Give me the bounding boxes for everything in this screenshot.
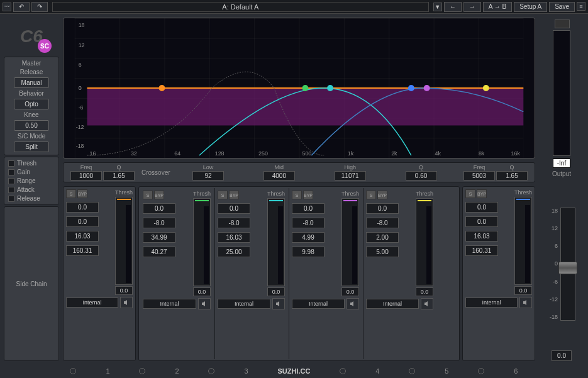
band-5-attack[interactable]: 2.00: [366, 232, 399, 243]
band-3-range[interactable]: -8.0: [218, 218, 250, 228]
band-5-thresh-value[interactable]: 0.0: [416, 287, 433, 296]
solo-button-2[interactable]: S: [143, 191, 153, 199]
bypass-button-1[interactable]: BYP: [77, 189, 87, 198]
band-6-sc-source[interactable]: Internal: [465, 297, 518, 308]
band-select-6[interactable]: [478, 368, 484, 374]
band-5-release[interactable]: 5.00: [366, 247, 399, 257]
band-3-thresh-value[interactable]: 0.0: [267, 287, 285, 296]
band-2-release[interactable]: 40.27: [143, 247, 175, 257]
preset-dropdown-icon[interactable]: ▼: [433, 3, 442, 11]
band-select-5[interactable]: [409, 368, 415, 374]
band-select-3[interactable]: [208, 368, 214, 374]
crossover-mid[interactable]: 4000: [263, 171, 295, 181]
band-4-range[interactable]: -8.0: [292, 218, 325, 228]
redo-button[interactable]: ↷: [31, 2, 48, 12]
waves-icon[interactable]: 〰: [3, 3, 11, 11]
band-4-monitor-icon[interactable]: [347, 298, 359, 309]
band-1-monitor-icon[interactable]: [120, 297, 133, 308]
bypass-button-3[interactable]: BYP: [229, 191, 239, 199]
crossover-low[interactable]: 92: [192, 171, 224, 181]
prev-preset-button[interactable]: ←: [444, 2, 462, 12]
eq-graph[interactable]: 18 12 6 0 -6 -12 -18 16 32 64 128 250 50…: [63, 18, 535, 158]
band-5-monitor-icon[interactable]: [421, 298, 433, 309]
band-2-thresh-value[interactable]: 0.0: [193, 287, 211, 296]
band1-freq[interactable]: 1000: [70, 171, 102, 181]
band-6-range[interactable]: 0.0: [465, 216, 498, 227]
bypass-button-4[interactable]: BYP: [303, 191, 313, 199]
band-3-monitor-icon[interactable]: [272, 298, 285, 309]
band1-q[interactable]: 1.65: [103, 171, 135, 181]
menu-icon[interactable]: ≡: [577, 2, 585, 11]
crossover-high[interactable]: 11071: [335, 171, 366, 181]
knee-value[interactable]: 0.50: [14, 120, 49, 131]
band-4-release[interactable]: 9.98: [292, 247, 325, 257]
band-select-4[interactable]: [340, 368, 346, 374]
link-gain[interactable]: [8, 169, 14, 175]
band-1-attack[interactable]: 16.03: [66, 231, 99, 242]
band-6-monitor-icon[interactable]: [519, 297, 532, 308]
save-button[interactable]: Save: [549, 2, 575, 12]
band-1-thresh-slider[interactable]: [115, 197, 133, 285]
left-sidebar: C6 SC Master Release Manual Behavior Opt…: [4, 18, 59, 361]
band-1-gain[interactable]: 0.0: [66, 202, 99, 213]
behavior-button[interactable]: Opto: [14, 99, 49, 109]
band-2-gain[interactable]: 0.0: [143, 203, 175, 214]
crossover-q[interactable]: 0.60: [406, 171, 437, 181]
band-1-release[interactable]: 160.31: [66, 245, 99, 256]
band-1-sc-source[interactable]: Internal: [66, 297, 118, 308]
band-2-sc-source[interactable]: Internal: [143, 299, 196, 309]
solo-button-5[interactable]: S: [366, 191, 376, 199]
output-peak[interactable]: -Inf: [553, 158, 570, 168]
band-5-gain[interactable]: 0.0: [366, 203, 399, 214]
undo-button[interactable]: ↶: [13, 2, 30, 12]
band-3-attack[interactable]: 16.03: [218, 232, 250, 243]
band-4-thresh-slider[interactable]: [341, 198, 359, 286]
band6-q[interactable]: 1.65: [496, 171, 528, 181]
band-5-range[interactable]: -8.0: [366, 218, 399, 228]
band-5-thresh-slider[interactable]: [416, 198, 433, 286]
next-preset-button[interactable]: →: [463, 2, 481, 12]
link-range[interactable]: [8, 178, 14, 184]
band-4-sc-source[interactable]: Internal: [292, 299, 345, 309]
band-select-1[interactable]: [70, 368, 76, 374]
scmode-button[interactable]: Split: [14, 142, 49, 152]
link-thresh[interactable]: [8, 160, 14, 167]
clip-indicator[interactable]: [555, 19, 570, 28]
output-value[interactable]: 0.0: [552, 350, 572, 361]
setup-button[interactable]: Setup A: [514, 2, 547, 12]
band-4-gain[interactable]: 0.0: [292, 203, 325, 214]
output-fader[interactable]: [560, 208, 575, 321]
solo-button-1[interactable]: S: [66, 189, 76, 198]
band-select-2[interactable]: [139, 368, 145, 374]
bypass-button-6[interactable]: BYP: [477, 189, 487, 198]
bypass-button-5[interactable]: BYP: [377, 191, 387, 199]
band-3-thresh-slider[interactable]: [267, 198, 285, 286]
band-2-range[interactable]: -8.0: [143, 218, 175, 228]
link-release[interactable]: [8, 196, 14, 202]
band-4-attack[interactable]: 4.99: [292, 232, 325, 243]
band-6-gain[interactable]: 0.0: [465, 202, 498, 213]
band-6-thresh-slider[interactable]: [514, 197, 532, 285]
band-3-sc-source[interactable]: Internal: [218, 299, 270, 309]
ab-button[interactable]: A → B: [483, 2, 512, 12]
band-6-attack[interactable]: 16.03: [465, 231, 498, 242]
link-attack[interactable]: [8, 187, 14, 193]
band-6-release[interactable]: 160.31: [465, 245, 498, 256]
bypass-button-2[interactable]: BYP: [154, 191, 164, 199]
band-3-release[interactable]: 25.00: [218, 247, 250, 257]
preset-display[interactable]: A: Default A: [52, 2, 429, 12]
band-3-gain[interactable]: 0.0: [218, 203, 250, 214]
band-1-thresh-value[interactable]: 0.0: [115, 286, 133, 295]
release-button[interactable]: Manual: [14, 77, 49, 88]
band-2-attack[interactable]: 34.99: [143, 232, 175, 243]
solo-button-3[interactable]: S: [218, 191, 228, 199]
solo-button-6[interactable]: S: [465, 189, 475, 198]
band-6-thresh-value[interactable]: 0.0: [514, 286, 532, 295]
band-2-monitor-icon[interactable]: [198, 298, 211, 309]
band-1-range[interactable]: 0.0: [66, 216, 99, 227]
band-2-thresh-slider[interactable]: [193, 198, 211, 286]
band-5-sc-source[interactable]: Internal: [366, 299, 419, 309]
solo-button-4[interactable]: S: [292, 191, 302, 199]
band-4-thresh-value[interactable]: 0.0: [341, 287, 359, 296]
band6-freq[interactable]: 5003: [463, 171, 495, 181]
